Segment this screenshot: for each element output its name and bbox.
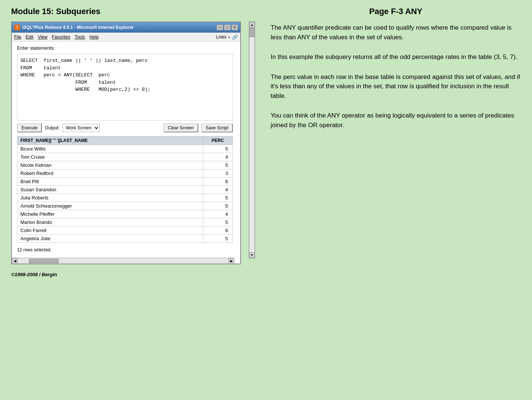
output-select[interactable]: Work Screen xyxy=(63,124,100,132)
perc-cell: 4 xyxy=(203,210,233,218)
browser-window: i iSQL*Plus Release 9.0.1 - Microsoft In… xyxy=(11,22,241,264)
footer: ©1998-2008 / Bergin xyxy=(0,268,532,281)
perc-cell: 5 xyxy=(203,161,233,169)
col1-header: FIRST_NAME||' " '||LAST_NAME xyxy=(17,136,203,145)
table-row: Colin Farrell6 xyxy=(17,227,233,235)
table-row: Marlon Brando5 xyxy=(17,218,233,227)
name-cell: Michelle Pfeiffer xyxy=(17,210,203,218)
rows-selected: 12 rows selected. xyxy=(17,246,233,254)
table-row: Nicole Kidman5 xyxy=(17,161,233,169)
perc-cell: 5 xyxy=(203,145,233,153)
perc-cell: 5 xyxy=(203,194,233,202)
name-cell: Colin Farrell xyxy=(17,227,203,235)
save-script-button[interactable]: Save Script xyxy=(201,123,233,132)
module-title: Module 15: Subqueries xyxy=(11,7,248,16)
name-cell: Nicole Kidman xyxy=(17,161,203,169)
close-button[interactable]: ✕ xyxy=(231,24,238,30)
top-section: Module 15: Subqueries i iSQL*Plus Releas… xyxy=(0,0,532,268)
menu-favorites[interactable]: Favorites xyxy=(52,34,70,40)
menu-edit[interactable]: Edit xyxy=(26,34,33,40)
right-paragraph-3: The perc value in each row in the base t… xyxy=(271,72,521,101)
links-icon: 🔗 xyxy=(232,34,238,40)
perc-cell: 4 xyxy=(203,186,233,194)
table-row: Bruce Willis5 xyxy=(17,145,233,153)
minimize-button[interactable]: ─ xyxy=(217,24,223,30)
scroll-left-button[interactable]: ◀ xyxy=(12,258,18,264)
menu-view[interactable]: View xyxy=(38,34,47,40)
toolbar-row: Execute Output: Work Screen Clear Screen… xyxy=(17,123,233,132)
name-cell: Susan Sarandon xyxy=(17,186,203,194)
clear-screen-button[interactable]: Clear Screen xyxy=(163,123,198,132)
table-row: Michelle Pfeiffer4 xyxy=(17,210,233,218)
page-title: Page F-3 ANY xyxy=(271,7,521,16)
sql-editor[interactable]: SELECT first_name || ' ' || last_name, p… xyxy=(17,54,233,120)
execute-button[interactable]: Execute xyxy=(17,123,42,132)
table-row: Tom Cruise4 xyxy=(17,153,233,161)
scroll-track-vert xyxy=(250,28,254,252)
right-panel: Page F-3 ANY The ANY quantifier predicat… xyxy=(248,7,521,264)
name-cell: Tom Cruise xyxy=(17,153,203,161)
left-panel: Module 15: Subqueries i iSQL*Plus Releas… xyxy=(11,7,248,264)
right-paragraph-4: You can think of the ANY operator as bei… xyxy=(271,111,521,130)
table-row: Julia Roberts5 xyxy=(17,194,233,202)
menu-file[interactable]: File xyxy=(14,34,21,40)
browser-title-label: iSQL*Plus Release 9.0.1 - Microsoft Inte… xyxy=(22,25,134,30)
window-controls: ─ □ ✕ xyxy=(217,24,238,30)
links-area: Links » 🔗 xyxy=(216,34,238,40)
scroll-thumb[interactable] xyxy=(29,259,59,263)
copyright-text: ©1998-2008 / Bergin xyxy=(11,272,57,277)
name-cell: Arnold Schwarzenegger xyxy=(17,202,203,210)
name-cell: Marlon Brando xyxy=(17,218,203,227)
name-cell: Angelina Jolie xyxy=(17,235,203,243)
browser-icon: i xyxy=(14,24,20,30)
perc-cell: 3 xyxy=(203,169,233,178)
name-cell: Bruce Willis xyxy=(17,145,203,153)
perc-cell: 6 xyxy=(203,178,233,186)
vertical-scrollbar: ▲ ▼ xyxy=(249,22,255,258)
scroll-track xyxy=(18,258,228,264)
results-table: FIRST_NAME||' " '||LAST_NAME PERC Bruce … xyxy=(17,136,233,243)
scroll-thumb-vert[interactable] xyxy=(250,28,254,37)
right-panel-paragraphs: The ANY quantifier predicate can be used… xyxy=(271,23,521,130)
menu-items: File Edit View Favorites Tools Help xyxy=(14,34,99,40)
browser-menu-bar: File Edit View Favorites Tools Help Link… xyxy=(12,33,240,42)
perc-cell: 5 xyxy=(203,235,233,243)
table-row: Arnold Schwarzenegger5 xyxy=(17,202,233,210)
name-cell: Julia Roberts xyxy=(17,194,203,202)
right-paragraph-2: In this example the subquery returns all… xyxy=(271,52,521,62)
page-container: Module 15: Subqueries i iSQL*Plus Releas… xyxy=(0,0,532,400)
links-label: Links xyxy=(216,34,227,40)
scroll-down-button[interactable]: ▼ xyxy=(249,252,255,258)
browser-title-text: i iSQL*Plus Release 9.0.1 - Microsoft In… xyxy=(14,24,134,30)
browser-title-bar: i iSQL*Plus Release 9.0.1 - Microsoft In… xyxy=(12,22,240,33)
restore-button[interactable]: □ xyxy=(224,24,231,30)
browser-content: Enter statements: SELECT first_name || '… xyxy=(12,42,240,258)
output-label: Output: xyxy=(45,125,59,130)
scroll-up-button[interactable]: ▲ xyxy=(249,22,255,28)
table-row: Susan Sarandon4 xyxy=(17,186,233,194)
perc-cell: 4 xyxy=(203,153,233,161)
menu-help[interactable]: Help xyxy=(89,34,99,40)
name-cell: Robert Redford xyxy=(17,169,203,178)
horizontal-scrollbar: ◀ ▶ xyxy=(12,258,234,264)
links-arrow: » xyxy=(228,35,230,39)
right-paragraph-1: The ANY quantifier predicate can be used… xyxy=(271,23,521,42)
perc-cell: 5 xyxy=(203,218,233,227)
table-row: Robert Redford3 xyxy=(17,169,233,178)
perc-cell: 5 xyxy=(203,202,233,210)
enter-statements-label: Enter statements: xyxy=(17,45,233,51)
scroll-right-button[interactable]: ▶ xyxy=(228,258,234,264)
table-row: Angelina Jolie5 xyxy=(17,235,233,243)
perc-cell: 6 xyxy=(203,227,233,235)
col2-header: PERC xyxy=(203,136,233,145)
browser-wrapper: i iSQL*Plus Release 9.0.1 - Microsoft In… xyxy=(11,22,248,264)
menu-tools[interactable]: Tools xyxy=(75,34,85,40)
name-cell: Brad Pitt xyxy=(17,178,203,186)
table-row: Brad Pitt6 xyxy=(17,178,233,186)
